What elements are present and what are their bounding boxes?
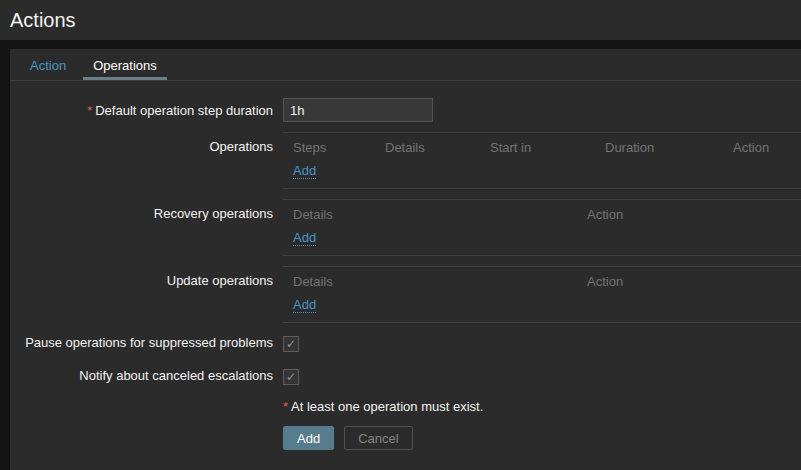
update-table-header: Details Action — [283, 267, 801, 294]
update-operations-label: Update operations — [10, 266, 273, 323]
notify-canceled-row: Notify about canceled escalations ✓ — [10, 366, 801, 385]
col-details: Details — [283, 267, 577, 294]
operations-row: Operations Steps Details Start in Durati… — [10, 132, 801, 189]
col-action: Action — [723, 133, 801, 160]
notify-canceled-label: Notify about canceled escalations — [10, 366, 273, 385]
pause-suppressed-row: Pause operations for suppressed problems… — [10, 333, 801, 352]
update-add-link[interactable]: Add — [293, 297, 316, 313]
recovery-table-header: Details Action — [283, 200, 801, 227]
page-header: Actions — [0, 0, 801, 40]
col-action: Action — [577, 200, 801, 227]
update-operations-field: Details Action Add — [283, 266, 801, 323]
recovery-operations-label: Recovery operations — [10, 199, 273, 256]
recovery-operations-table: Details Action Add — [283, 199, 801, 256]
page-title: Actions — [10, 9, 76, 32]
duration-label: *Default operation step duration — [10, 98, 273, 122]
update-operations-row: Update operations Details Action Add — [10, 266, 801, 323]
operations-field: Steps Details Start in Duration Action A… — [283, 132, 801, 189]
col-duration: Duration — [595, 133, 723, 160]
recovery-operations-row: Recovery operations Details Action Add — [10, 199, 801, 256]
col-details: Details — [283, 200, 577, 227]
validation-message: *At least one operation must exist. — [283, 399, 801, 414]
checkmark-icon: ✓ — [286, 371, 296, 383]
recovery-add-row: Add — [283, 226, 801, 256]
col-steps: Steps — [283, 133, 375, 160]
recovery-operations-field: Details Action Add — [283, 199, 801, 256]
col-start-in: Start in — [480, 133, 595, 160]
operations-table-header: Steps Details Start in Duration Action — [283, 133, 801, 160]
operations-add-link[interactable]: Add — [293, 163, 316, 179]
duration-field — [283, 98, 801, 122]
operations-form: *Default operation step duration Operati… — [10, 81, 801, 450]
required-asterisk: * — [283, 399, 288, 414]
update-operations-table: Details Action Add — [283, 266, 801, 323]
recovery-add-link[interactable]: Add — [293, 230, 316, 246]
operations-add-row: Add — [283, 159, 801, 189]
tab-action[interactable]: Action — [20, 49, 76, 80]
form-footer: Add Cancel — [283, 426, 801, 450]
col-action: Action — [577, 267, 801, 294]
duration-label-text: Default operation step duration — [95, 103, 273, 118]
pause-suppressed-field: ✓ — [283, 333, 801, 352]
col-details: Details — [375, 133, 480, 160]
required-asterisk: * — [87, 103, 92, 118]
duration-row: *Default operation step duration — [10, 98, 801, 122]
validation-message-text: At least one operation must exist. — [291, 399, 483, 414]
operations-label: Operations — [10, 132, 273, 189]
actions-form-panel: Action Operations *Default operation ste… — [10, 49, 801, 470]
tab-bar: Action Operations — [10, 49, 801, 81]
checkmark-icon: ✓ — [286, 338, 296, 350]
notify-canceled-field: ✓ — [283, 366, 801, 385]
default-step-duration-input[interactable] — [283, 98, 433, 122]
notify-canceled-checkbox[interactable]: ✓ — [283, 369, 299, 385]
add-button[interactable]: Add — [283, 426, 334, 450]
pause-suppressed-checkbox[interactable]: ✓ — [283, 336, 299, 352]
operations-table: Steps Details Start in Duration Action A… — [283, 132, 801, 189]
tab-operations[interactable]: Operations — [83, 49, 167, 80]
pause-suppressed-label: Pause operations for suppressed problems — [10, 333, 273, 352]
cancel-button[interactable]: Cancel — [344, 426, 412, 450]
update-add-row: Add — [283, 293, 801, 323]
